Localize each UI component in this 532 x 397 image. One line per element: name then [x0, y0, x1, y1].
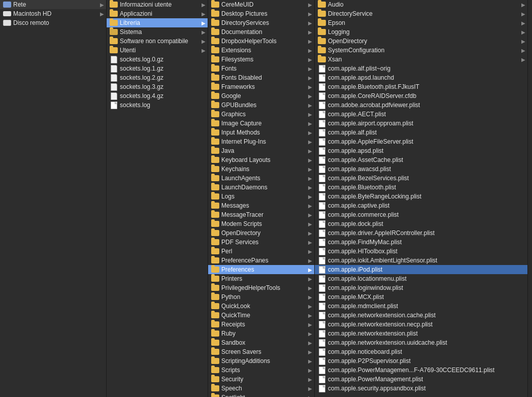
col4-item-plist[interactable]: com.apple.BezelServices.plist: [315, 174, 527, 183]
col3-item[interactable]: Messages ▶: [208, 201, 314, 210]
col3-item-ruby[interactable]: Ruby ▶: [208, 329, 314, 338]
col3-item[interactable]: Java ▶: [208, 146, 314, 155]
col3-item-fonts-disabled[interactable]: Fonts Disabled ▶: [208, 73, 314, 82]
col4-item-plist[interactable]: com.apple.mdmclient.plist: [315, 302, 527, 311]
col4-item[interactable]: Epson ▶: [315, 18, 527, 27]
col4-item-plist[interactable]: com.apple.CoreRAIDServer.cfdb: [315, 91, 527, 101]
col3-item[interactable]: GPUBundles ▶: [208, 101, 314, 110]
col4-item-plist[interactable]: com.apple.Bluetooth.plist.FJkusIT: [315, 82, 527, 91]
col4-item-plist[interactable]: com.apple.iokit.AmbientLightSensor.plist: [315, 256, 527, 265]
col4-item-plist[interactable]: com.apple.security.appsandbox.plist: [315, 384, 527, 393]
col4-item-ipod-plist[interactable]: com.apple.iPod.plist: [315, 265, 527, 274]
col4-item-plist[interactable]: com.apple.airport.opproam.plist: [315, 119, 527, 128]
col3-item[interactable]: Image Capture ▶: [208, 119, 314, 128]
col3-item[interactable]: Keychains ▶: [208, 164, 314, 174]
col4-item-plist[interactable]: com.apple.Bluetooth.plist: [315, 183, 527, 192]
col4-item-plist[interactable]: com.apple.networkextension.uuidcache.pli…: [315, 338, 527, 347]
col4-item-plist[interactable]: com.apple.alf.plist~orig: [315, 64, 527, 73]
col2-item-gz4[interactable]: sockets.log.4.gz: [107, 91, 208, 101]
col3-item-graphics[interactable]: Graphics ▶: [208, 110, 314, 119]
col3-item[interactable]: LaunchAgents ▶: [208, 174, 314, 183]
col3-item[interactable]: Receipts ▶: [208, 320, 314, 329]
col4-item-plist[interactable]: com.apple.networkextension.plist: [315, 329, 527, 338]
col3-item[interactable]: PreferencePanes ▶: [208, 256, 314, 265]
col2-item-gz0[interactable]: sockets.log.0.gz: [107, 55, 208, 64]
col4-item[interactable]: SystemConfiguration ▶: [315, 46, 527, 55]
col4-item[interactable]: Logging ▶: [315, 27, 527, 37]
col4-item-plist[interactable]: com.apple.networkextension.cache.plist: [315, 311, 527, 320]
col3-item-spotlight[interactable]: Spotlight ▶: [208, 393, 314, 397]
col4-item[interactable]: Xsan ▶: [315, 55, 527, 64]
col3-item[interactable]: Documentation ▶: [208, 27, 314, 37]
col4-item-plist[interactable]: com.apple.FindMyMac.plist: [315, 238, 527, 247]
col3-item[interactable]: Printers ▶: [208, 274, 314, 283]
col4-item-plist[interactable]: com.apple.AppleFileServer.plist: [315, 137, 527, 146]
col3-item[interactable]: Sandbox ▶: [208, 338, 314, 347]
col3-item[interactable]: Desktop Pictures ▶: [208, 9, 314, 18]
sidebar-item-macintosh[interactable]: Macintosh HD ▶: [0, 9, 106, 18]
col4-item-plist[interactable]: com.apple.loginwindow.plist: [315, 283, 527, 292]
col3-item-keyboard[interactable]: Keyboard Layouts ▶: [208, 155, 314, 164]
col4-item-plist[interactable]: com.apple.awacsd.plist: [315, 164, 527, 174]
col3-item[interactable]: MessageTracer ▶: [208, 210, 314, 219]
col3-item[interactable]: DirectoryServices ▶: [208, 18, 314, 27]
col4-item-audio[interactable]: Audio ▶: [315, 0, 527, 9]
col4-item-plist[interactable]: com.apple.apsd.plist: [315, 146, 527, 155]
col4-item-plist[interactable]: com.apple.PowerManagement.plist: [315, 375, 527, 384]
col2-item-gz1[interactable]: sockets.log.1.gz: [107, 64, 208, 73]
col4-item-plist[interactable]: com.apple.dock.plist: [315, 219, 527, 228]
col3-item[interactable]: PDF Services ▶: [208, 238, 314, 247]
col2-item-libreria[interactable]: Libreria ▶: [107, 18, 208, 27]
col4-item-plist[interactable]: com.apple.HIToolbox.plist: [315, 247, 527, 256]
col4-item-plist[interactable]: com.apple.driver.AppleIRController.plist: [315, 228, 527, 238]
col3-item-preferences[interactable]: Preferences ▶: [208, 265, 314, 274]
col3-item[interactable]: Perl ▶: [208, 247, 314, 256]
col2-item-software[interactable]: Software non compatibile ▶: [107, 37, 208, 46]
col3-item[interactable]: QuickLook ▶: [208, 302, 314, 311]
col2-item-utenti[interactable]: Utenti ▶: [107, 46, 208, 55]
col4-item-plist[interactable]: com.apple.networkextension.necp.plist: [315, 320, 527, 329]
col4-item-plist[interactable]: com.apple.alf.plist: [315, 128, 527, 137]
col4-item-plist[interactable]: com.apple.captive.plist: [315, 201, 527, 210]
col2-item-informazioni[interactable]: Informazioni utente ▶: [107, 0, 208, 9]
col4-item-plist[interactable]: com.apple.locationmenu.plist: [315, 274, 527, 283]
col4-item-plist[interactable]: com.apple.PowerManagemen...F-A769-30CCEE…: [315, 366, 527, 375]
col4-item-plist[interactable]: com.apple.noticeboard.plist: [315, 347, 527, 356]
col3-item[interactable]: Python ▶: [208, 292, 314, 302]
col3-item[interactable]: Frameworks ▶: [208, 82, 314, 91]
sidebar-item-rete[interactable]: Rete ▶: [0, 0, 106, 9]
col3-item[interactable]: ScriptingAdditions ▶: [208, 356, 314, 366]
col3-item[interactable]: QuickTime ▶: [208, 311, 314, 320]
col4-item[interactable]: DirectoryService ▶: [315, 9, 527, 18]
col4-item-plist[interactable]: com.adobe.acrobat.pdfviewer.plist: [315, 101, 527, 110]
col3-item[interactable]: Internet Plug-Ins ▶: [208, 137, 314, 146]
col3-item[interactable]: CereMeUID ▶: [208, 0, 314, 9]
col2-item-gz3[interactable]: sockets.log.3.gz: [107, 82, 208, 91]
col3-item[interactable]: Logs ▶: [208, 192, 314, 201]
col2-item-sistema[interactable]: Sistema ▶: [107, 27, 208, 37]
col2-item-applicazioni[interactable]: Applicazioni ▶: [107, 9, 208, 18]
col3-item[interactable]: Screen Savers ▶: [208, 347, 314, 356]
col3-item-security[interactable]: Security ▶: [208, 375, 314, 384]
col4-item-plist[interactable]: com.apple.AssetCache.plist: [315, 155, 527, 164]
col3-item[interactable]: Filesystems ▶: [208, 55, 314, 64]
col4-item-plist[interactable]: com.apple.MCX.plist: [315, 292, 527, 302]
col3-item[interactable]: DropboxHelperTools ▶: [208, 37, 314, 46]
col4-item[interactable]: OpenDirectory ▶: [315, 37, 527, 46]
col4-item-plist[interactable]: com.apple.apsd.launchd: [315, 73, 527, 82]
col4-item-plist[interactable]: com.apple.AECT.plist: [315, 110, 527, 119]
col3-item[interactable]: Speech ▶: [208, 384, 314, 393]
col3-item[interactable]: Google ▶: [208, 91, 314, 101]
col4-item-plist[interactable]: com.apple.commerce.plist: [315, 210, 527, 219]
sidebar-item-disco[interactable]: Disco remoto: [0, 18, 106, 27]
col4-item-plist[interactable]: com.apple.ByteRangeLocking.plist: [315, 192, 527, 201]
col3-item[interactable]: Modem Scripts ▶: [208, 219, 314, 228]
col3-item[interactable]: LaunchDaemons ▶: [208, 183, 314, 192]
col2-item-gz2[interactable]: sockets.log.2.gz: [107, 73, 208, 82]
col3-item[interactable]: Fonts ▶: [208, 64, 314, 73]
col3-item-input-methods[interactable]: Input Methods ▶: [208, 128, 314, 137]
col3-item[interactable]: PrivilegedHelperTools ▶: [208, 283, 314, 292]
col3-item[interactable]: Scripts ▶: [208, 366, 314, 375]
col2-item-log[interactable]: sockets.log: [107, 101, 208, 110]
col3-item[interactable]: OpenDirectory ▶: [208, 228, 314, 238]
